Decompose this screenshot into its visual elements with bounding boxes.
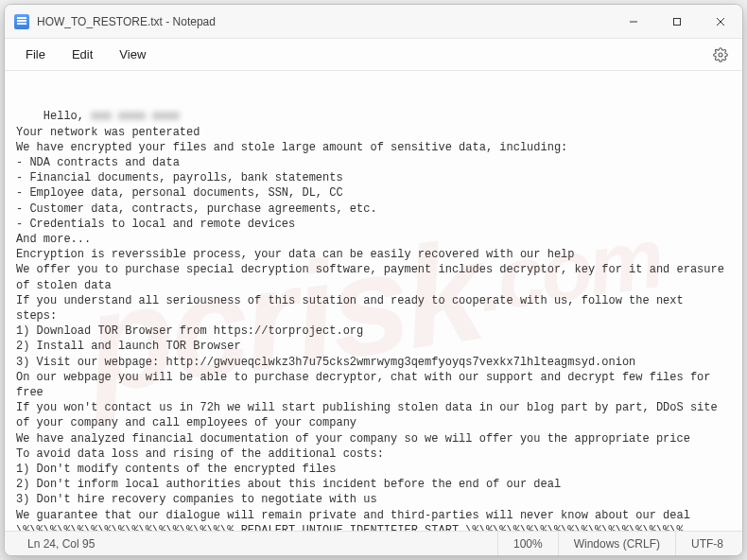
gear-icon (713, 47, 728, 62)
status-zoom[interactable]: 100% (497, 532, 558, 555)
menu-edit[interactable]: Edit (59, 44, 106, 65)
notepad-icon (14, 14, 29, 29)
menu-file[interactable]: File (12, 44, 59, 65)
body-hello-prefix: Hello, (43, 110, 91, 123)
minimize-button[interactable] (612, 5, 655, 39)
body-text: Your network was penterated We have encr… (16, 126, 731, 531)
close-button[interactable] (699, 5, 742, 39)
window-controls (612, 5, 742, 39)
menubar: File Edit View (5, 39, 742, 71)
status-cursor: Ln 24, Col 95 (12, 532, 110, 555)
titlebar: HOW_TO_RESTORE.txt - Notepad (5, 5, 742, 39)
statusbar: Ln 24, Col 95 100% Windows (CRLF) UTF-8 (5, 531, 742, 555)
body-hello-redacted: xxx xxxx xxxx (91, 109, 180, 124)
maximize-button[interactable] (655, 5, 699, 39)
status-encoding: UTF-8 (675, 532, 738, 555)
window-title: HOW_TO_RESTORE.txt - Notepad (37, 15, 216, 28)
svg-rect-1 (674, 18, 681, 25)
text-editor[interactable]: pcrisk.com Hello, xxx xxxx xxxx Your net… (5, 71, 742, 531)
status-eol: Windows (CRLF) (558, 532, 675, 555)
notepad-window: HOW_TO_RESTORE.txt - Notepad File Edit V… (4, 4, 743, 556)
settings-button[interactable] (706, 41, 735, 69)
menu-view[interactable]: View (106, 44, 159, 65)
svg-point-4 (719, 53, 722, 57)
